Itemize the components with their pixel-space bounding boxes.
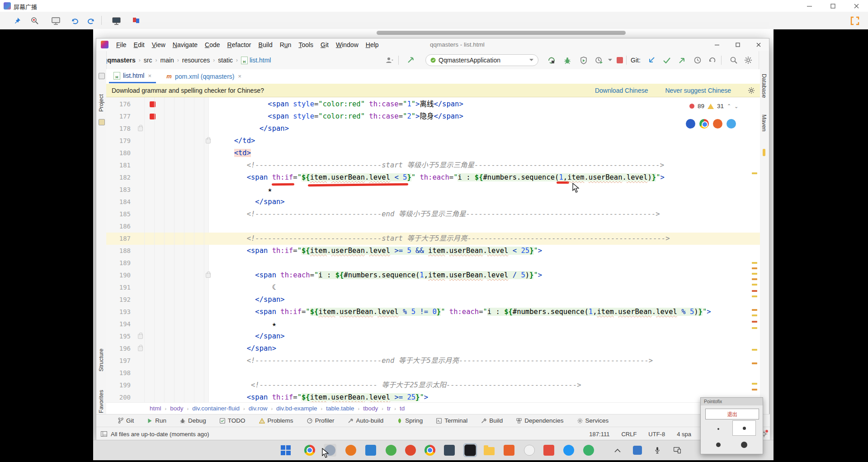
ide-close-button[interactable]: [748, 38, 769, 51]
line-number[interactable]: 194: [106, 318, 131, 330]
menu-item-build[interactable]: Build: [255, 38, 276, 51]
run-more-chevron-icon[interactable]: [604, 55, 615, 65]
stop-button[interactable]: [614, 55, 625, 65]
taskbar-icon-red-ide[interactable]: [404, 444, 417, 457]
taskbar-icon-android-studio[interactable]: [385, 444, 397, 457]
tool-window-button-auto-build[interactable]: Auto-build: [348, 417, 383, 424]
run-button[interactable]: [546, 55, 557, 65]
line-ending[interactable]: CRLF: [621, 431, 637, 438]
breakpoint-icon[interactable]: [150, 101, 156, 107]
html-breadcrumb-tbody[interactable]: tbody: [363, 405, 378, 412]
git-update-icon[interactable]: [646, 55, 657, 65]
error-stripe-mark[interactable]: [752, 172, 757, 174]
pen-size-2-option-selected[interactable]: [732, 420, 756, 436]
tray-ime-icon[interactable]: [631, 444, 644, 457]
close-icon[interactable]: ×: [148, 72, 151, 79]
error-stripe-mark[interactable]: [752, 284, 757, 286]
breadcrumb-item-main[interactable]: main: [160, 57, 174, 64]
pen-size-1-option[interactable]: [707, 422, 730, 436]
line-number[interactable]: 177: [106, 110, 131, 123]
html-breadcrumb-html[interactable]: html: [150, 405, 161, 412]
line-number[interactable]: 183: [106, 184, 131, 196]
build-project-icon[interactable]: [406, 55, 416, 65]
line-number[interactable]: 180: [106, 147, 131, 159]
taskbar-icon-orange-app[interactable]: [503, 444, 515, 457]
line-number[interactable]: 187: [106, 233, 131, 245]
menu-item-tools[interactable]: Tools: [295, 38, 317, 51]
error-stripe-mark[interactable]: [752, 327, 757, 329]
error-stripe-mark[interactable]: [752, 295, 757, 297]
menu-item-view[interactable]: View: [148, 38, 169, 51]
debug-button[interactable]: [562, 55, 573, 65]
tool-window-button-dependencies[interactable]: Dependencies: [516, 417, 563, 424]
error-stripe-mark[interactable]: [752, 389, 757, 391]
html-breadcrumb-div.bd-example[interactable]: div.bd-example: [276, 405, 317, 412]
tray-microphone-icon[interactable]: [651, 444, 664, 457]
html-breadcrumb-table.table[interactable]: table.table: [326, 405, 354, 412]
tool-window-button-services[interactable]: Services: [577, 417, 609, 424]
breadcrumb-item-qqmasters[interactable]: qqmasters: [104, 57, 136, 64]
never-suggest-chinese-link[interactable]: Never suggest Chinese: [665, 87, 731, 94]
tool-window-button-build[interactable]: Build: [481, 417, 503, 424]
html-breadcrumb-td[interactable]: td: [400, 405, 405, 412]
taskbar-icon-orange-ide[interactable]: [344, 444, 357, 457]
fullscreen-expand-icon[interactable]: [849, 15, 861, 27]
settings-gear-icon[interactable]: [743, 55, 754, 65]
error-stripe-mark[interactable]: [752, 290, 757, 292]
git-push-icon[interactable]: [677, 55, 688, 65]
search-everywhere-icon[interactable]: [728, 55, 739, 65]
pointofix-exit-button[interactable]: 退出: [705, 409, 759, 419]
menu-item-refactor[interactable]: Refactor: [224, 38, 255, 51]
download-chinese-link[interactable]: Download Chinese: [595, 87, 648, 94]
error-stripe-mark[interactable]: [752, 362, 757, 364]
taskbar-icon-green-app[interactable]: [582, 444, 595, 457]
folder-icon[interactable]: [99, 119, 105, 125]
taskbar-icon-intellij-idea[interactable]: [464, 444, 476, 457]
pointofix-title[interactable]: Pointofix: [701, 398, 763, 405]
flag-icon[interactable]: [130, 15, 142, 27]
redo-icon[interactable]: [85, 15, 97, 27]
line-number[interactable]: 195: [106, 330, 131, 343]
menu-item-edit[interactable]: Edit: [130, 38, 148, 51]
tray-tray-expand-icon[interactable]: [611, 444, 624, 457]
breadcrumb-item-src[interactable]: src: [144, 57, 152, 64]
rollback-icon[interactable]: [707, 55, 717, 65]
pointofix-panel[interactable]: Pointofix 退出: [700, 397, 763, 454]
error-stripe-mark[interactable]: [752, 321, 757, 323]
error-stripe-mark[interactable]: [752, 278, 757, 280]
top-slide-handle[interactable]: [377, 31, 626, 35]
tool-window-layout-icon[interactable]: [101, 431, 107, 437]
pen-size-3-option[interactable]: [707, 438, 730, 452]
taskbar-icon-vscode[interactable]: [364, 444, 377, 457]
tool-window-button-terminal[interactable]: Terminal: [436, 417, 467, 424]
profiler-button[interactable]: [594, 55, 604, 65]
error-stripe-mark[interactable]: [752, 349, 757, 351]
history-icon[interactable]: [692, 55, 703, 65]
indent-setting[interactable]: 4 spa: [677, 431, 691, 438]
app-close-button[interactable]: [844, 0, 868, 12]
line-number[interactable]: 198: [106, 367, 131, 379]
ide-maximize-button[interactable]: [727, 38, 748, 51]
tool-window-button-todo[interactable]: TODO: [220, 417, 245, 424]
line-number[interactable]: 189: [106, 257, 131, 269]
menu-item-window[interactable]: Window: [332, 38, 362, 51]
taskbar-icon-file-explorer[interactable]: [483, 444, 495, 457]
html-breadcrumb-div.container-fluid[interactable]: div.container-fluid: [192, 405, 240, 412]
sidebar-tab-project[interactable]: Project: [96, 82, 106, 112]
line-number[interactable]: 192: [106, 294, 131, 306]
pin-icon[interactable]: [12, 15, 24, 27]
taskbar-icon-wps[interactable]: [542, 444, 555, 457]
line-number[interactable]: 185: [106, 208, 131, 220]
menu-item-run[interactable]: Run: [276, 38, 295, 51]
error-stripe-mark[interactable]: [752, 309, 757, 311]
taskbar-icon-chrome-beta[interactable]: [424, 444, 436, 457]
presentation-icon[interactable]: [50, 15, 61, 27]
tray-phone-link-icon[interactable]: [671, 444, 684, 457]
pen-size-4-option[interactable]: [732, 438, 756, 452]
menu-item-code[interactable]: Code: [201, 38, 223, 51]
taskbar-icon-chrome[interactable]: [303, 444, 316, 457]
tab-pom-xml[interactable]: m pom.xml (qqmasters)×: [161, 69, 246, 83]
coverage-button[interactable]: [578, 55, 589, 65]
caret-position[interactable]: 187:111: [589, 431, 609, 438]
line-number[interactable]: 200: [106, 391, 131, 402]
